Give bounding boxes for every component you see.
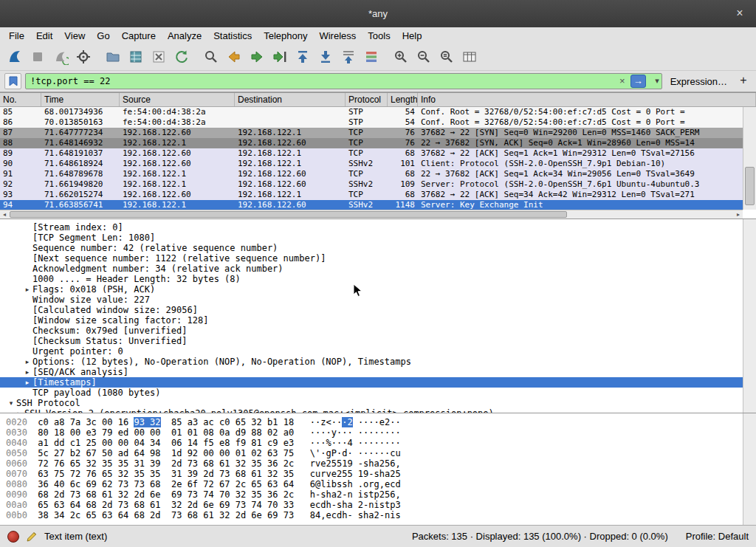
detail-row[interactable]: ▸Options: (12 bytes), No-Operation (NOP)… — [0, 357, 743, 367]
expand-arrow-icon[interactable]: ▸ — [22, 367, 32, 377]
packet-row[interactable]: 86 70.013850163 fe:54:00:d4:38:2a STP 54… — [0, 117, 743, 128]
menu-help[interactable]: Help — [396, 29, 428, 43]
hex-row[interactable]: 0090 68 2d 73 68 61 32 2d 6e 69 73 74 70… — [6, 489, 743, 500]
column-time[interactable]: Time — [41, 93, 120, 106]
expert-info-icon[interactable] — [7, 531, 19, 543]
column-info[interactable]: Info — [418, 93, 756, 106]
detail-row[interactable]: [Calculated window size: 29056] — [0, 305, 743, 315]
resize-columns-icon[interactable] — [458, 47, 481, 68]
menu-capture[interactable]: Capture — [116, 29, 162, 43]
hex-row[interactable]: 0020 c0 a8 7a 3c 00 16 93 32 85 a3 ac c0… — [6, 417, 743, 427]
detail-row[interactable]: 1000 .... = Header Length: 32 bytes (8) — [0, 274, 743, 284]
details-vscroll-thumb[interactable] — [743, 219, 756, 339]
hex-row[interactable]: 0040 a1 dd c1 25 00 00 04 34 06 14 f5 e8… — [6, 438, 743, 448]
filter-dropdown-icon[interactable]: ▾ — [655, 76, 659, 86]
menu-wireless[interactable]: Wireless — [313, 29, 362, 43]
detail-row[interactable]: Checksum: 0x79ed [unverified] — [0, 326, 743, 336]
detail-row[interactable]: [Window size scaling factor: 128] — [0, 315, 743, 326]
packet-row[interactable]: 88 71.648146932 192.168.122.1 192.168.12… — [0, 138, 743, 148]
expand-arrow-icon[interactable]: ▸ — [22, 284, 32, 295]
details-vscrollbar[interactable] — [743, 219, 756, 413]
column-protocol[interactable]: Protocol — [346, 93, 388, 106]
hex-row[interactable]: 0050 5c 27 b2 67 50 ad 64 98 1d 92 00 00… — [6, 448, 743, 458]
hex-row[interactable]: 00a0 65 63 64 68 2d 73 68 61 32 2d 6e 69… — [6, 500, 743, 510]
status-profile[interactable]: Profile: Default — [686, 531, 749, 542]
column-no[interactable]: No. — [0, 93, 41, 106]
packet-row[interactable]: 87 71.647777234 192.168.122.60 192.168.1… — [0, 128, 743, 138]
colorize-icon[interactable] — [360, 47, 382, 68]
detail-row[interactable]: ▸[SEQ/ACK analysis] — [0, 367, 743, 377]
menu-file[interactable]: File — [3, 29, 30, 43]
hex-row[interactable]: 0030 80 18 00 e3 79 ed 00 00 01 01 08 0a… — [6, 427, 743, 438]
packet-row[interactable]: 89 71.648191037 192.168.122.60 192.168.1… — [0, 148, 743, 159]
hscroll-right-icon[interactable]: ▸ — [734, 210, 743, 219]
column-length[interactable]: Length — [388, 93, 418, 106]
filter-bookmark-button[interactable] — [4, 73, 21, 89]
packet-list-hscrollbar[interactable]: ◂ ▸ — [0, 210, 743, 219]
detail-row[interactable]: TCP payload (1080 bytes) — [0, 388, 743, 398]
vscroll-thumb[interactable] — [745, 167, 755, 206]
add-filter-button[interactable]: + — [735, 73, 752, 89]
hex-row[interactable]: 0060 72 76 65 32 35 35 31 39 2d 73 68 61… — [6, 458, 743, 469]
display-filter-input[interactable] — [25, 73, 662, 89]
auto-scroll-icon[interactable] — [337, 47, 360, 68]
menu-tools[interactable]: Tools — [362, 29, 396, 43]
expression-button[interactable]: Expression… — [666, 76, 732, 87]
column-source[interactable]: Source — [120, 93, 235, 106]
detail-row[interactable]: Window size value: 227 — [0, 295, 743, 305]
zoom-out-icon[interactable] — [412, 47, 435, 68]
menu-analyze[interactable]: Analyze — [162, 29, 207, 43]
menu-edit[interactable]: Edit — [30, 29, 58, 43]
start-capture-icon[interactable] — [3, 47, 26, 68]
hex-row[interactable]: 0070 63 75 72 76 65 32 35 35 31 39 2d 73… — [6, 469, 743, 479]
expand-arrow-icon[interactable]: ▸ — [22, 377, 32, 388]
filter-apply-icon[interactable]: → — [630, 75, 646, 88]
go-to-top-icon[interactable] — [291, 47, 314, 68]
detail-row[interactable]: ▾SSH Protocol — [0, 398, 743, 408]
go-to-packet-icon[interactable] — [268, 47, 291, 68]
packet-row[interactable]: 91 71.648789678 192.168.122.1 192.168.12… — [0, 169, 743, 179]
zoom-reset-icon[interactable] — [435, 47, 458, 68]
packet-row[interactable]: 85 68.001734936 fe:54:00:d4:38:2a STP 54… — [0, 107, 743, 117]
filter-clear-icon[interactable]: × — [616, 75, 628, 87]
capture-comment-pencil-icon[interactable] — [26, 531, 38, 543]
menu-statistics[interactable]: Statistics — [207, 29, 258, 43]
detail-row[interactable]: Sequence number: 42 (relative sequence n… — [0, 243, 743, 253]
save-file-icon[interactable] — [124, 47, 147, 68]
detail-row[interactable]: ▸[Timestamps] — [0, 377, 743, 388]
detail-row[interactable]: [TCP Segment Len: 1080] — [0, 233, 743, 243]
capture-options-icon[interactable] — [72, 47, 94, 68]
window-close-icon[interactable]: × — [732, 6, 747, 21]
close-file-icon[interactable] — [147, 47, 170, 68]
detail-row[interactable]: ▸Flags: 0x018 (PSH, ACK) — [0, 284, 743, 295]
hex-row[interactable]: 00b0 38 34 2c 65 63 64 68 2d 73 68 61 32… — [6, 510, 743, 520]
detail-row[interactable]: [Stream index: 0] — [0, 222, 743, 233]
reload-icon[interactable] — [170, 47, 193, 68]
packet-list-vscrollbar[interactable] — [743, 107, 756, 210]
bytes-vscroll-thumb[interactable] — [743, 413, 756, 438]
go-to-bottom-icon[interactable] — [314, 47, 337, 68]
zoom-in-icon[interactable] — [389, 47, 412, 68]
detail-row[interactable]: [Checksum Status: Unverified] — [0, 336, 743, 346]
hex-row[interactable]: 0080 36 40 6c 69 62 73 73 68 2e 6f 72 67… — [6, 479, 743, 489]
go-back-icon[interactable] — [222, 47, 245, 68]
menu-view[interactable]: View — [58, 29, 91, 43]
bytes-vscrollbar[interactable] — [743, 413, 756, 525]
expand-arrow-icon[interactable]: ▸ — [22, 357, 32, 367]
stop-capture-icon[interactable] — [26, 47, 49, 68]
packet-row[interactable]: 94 71.663856741 192.168.122.1 192.168.12… — [0, 200, 743, 210]
open-file-icon[interactable] — [101, 47, 124, 68]
restart-capture-icon[interactable] — [49, 47, 72, 68]
find-packet-icon[interactable] — [199, 47, 222, 68]
hscroll-thumb[interactable] — [10, 211, 567, 218]
detail-row[interactable]: [Next sequence number: 1122 (relative se… — [0, 253, 743, 264]
detail-row[interactable]: Acknowledgment number: 34 (relative ack … — [0, 264, 743, 274]
packet-row[interactable]: 92 71.661949820 192.168.122.1 192.168.12… — [0, 179, 743, 190]
menu-go[interactable]: Go — [91, 29, 115, 43]
column-destination[interactable]: Destination — [235, 93, 346, 106]
detail-row[interactable]: Urgent pointer: 0 — [0, 346, 743, 357]
packet-row[interactable]: 90 71.648618924 192.168.122.60 192.168.1… — [0, 159, 743, 169]
menu-telephony[interactable]: Telephony — [258, 29, 313, 43]
hscroll-left-icon[interactable]: ◂ — [0, 210, 9, 219]
expand-arrow-icon[interactable]: ▾ — [6, 398, 16, 408]
